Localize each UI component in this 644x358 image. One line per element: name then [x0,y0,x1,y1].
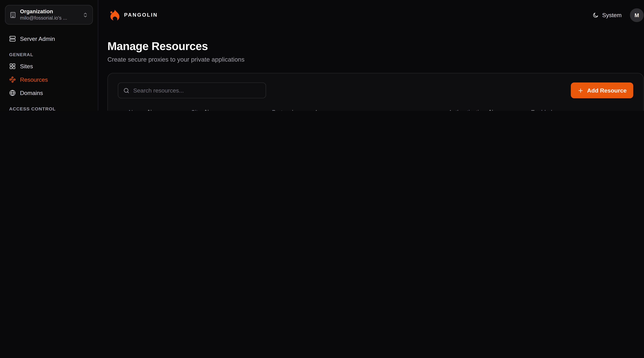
org-title: Organization [20,8,79,15]
brand[interactable]: PANGOLIN [108,9,158,21]
topbar: PANGOLIN System M [108,0,644,30]
brand-name: PANGOLIN [124,12,158,18]
sidebar-item-sites[interactable]: Sites [5,60,93,73]
globe-icon [9,90,16,96]
column-header-authentication[interactable]: Authentication [448,109,531,111]
add-resource-button[interactable]: Add Resource [571,83,633,98]
sort-icon [488,109,494,111]
waypoints-icon [9,76,16,83]
sidebar: Organization milo@fossorial.io's ... Ser… [0,0,98,111]
sidebar-nav: Server AdminGENERALSitesResourcesDomains… [0,30,98,111]
building-icon [10,12,16,18]
page-title: Manage Resources [108,40,644,53]
pangolin-logo-icon [108,9,120,21]
column-label: Enabled [531,109,552,111]
sidebar-item-domains[interactable]: Domains [5,86,93,100]
moon-icon [592,12,599,18]
table-header: NameSiteProtocolAccessAuthenticationEnab… [118,103,633,111]
nav-section-label: ACCESS CONTROL [5,100,93,111]
sort-icon [204,109,210,111]
column-header-protocol: Protocol [272,109,314,111]
column-label: Site [191,109,201,111]
theme-label: System [602,12,622,19]
main-content: PANGOLIN System M Manage Resources Creat… [98,0,644,111]
grid-icon [9,63,16,70]
org-selector-text: Organization milo@fossorial.io's ... [20,8,79,21]
sidebar-item-server-admin[interactable]: Server Admin [5,32,93,45]
plus-icon [578,87,584,93]
search-box[interactable] [118,83,266,98]
server-icon [9,36,16,42]
sidebar-item-label: Server Admin [20,36,55,42]
column-label: Name [129,109,144,111]
page-subtitle: Create secure proxies to your private ap… [108,56,644,63]
chevrons-up-down-icon [82,12,88,18]
column-label: Authentication [448,109,485,111]
search-icon [123,87,130,93]
org-subtitle: milo@fossorial.io's ... [20,15,79,21]
sort-icon [147,109,153,111]
sidebar-item-resources[interactable]: Resources [5,73,93,86]
sidebar-item-label: Domains [20,90,43,96]
column-label: Access [314,109,333,111]
search-input[interactable] [133,87,260,94]
theme-selector[interactable]: System [592,12,622,19]
column-header-site[interactable]: Site [191,109,272,111]
column-header-enabled: Enabled [531,109,576,111]
column-header-name[interactable]: Name [118,109,191,111]
org-selector[interactable]: Organization milo@fossorial.io's ... [5,5,93,25]
sidebar-item-label: Sites [20,63,33,70]
card-toolbar: Add Resource [118,83,633,98]
app-window: Organization milo@fossorial.io's ... Ser… [0,0,644,111]
resources-card: Add Resource NameSiteProtocolAccessAuthe… [108,73,644,111]
avatar[interactable]: M [630,8,644,22]
add-resource-label: Add Resource [587,87,626,94]
column-header-access: Access [314,109,448,111]
column-label: Protocol [272,109,293,111]
nav-section-label: GENERAL [5,45,93,60]
topbar-right: System M [592,8,644,22]
sidebar-item-label: Resources [20,76,48,83]
